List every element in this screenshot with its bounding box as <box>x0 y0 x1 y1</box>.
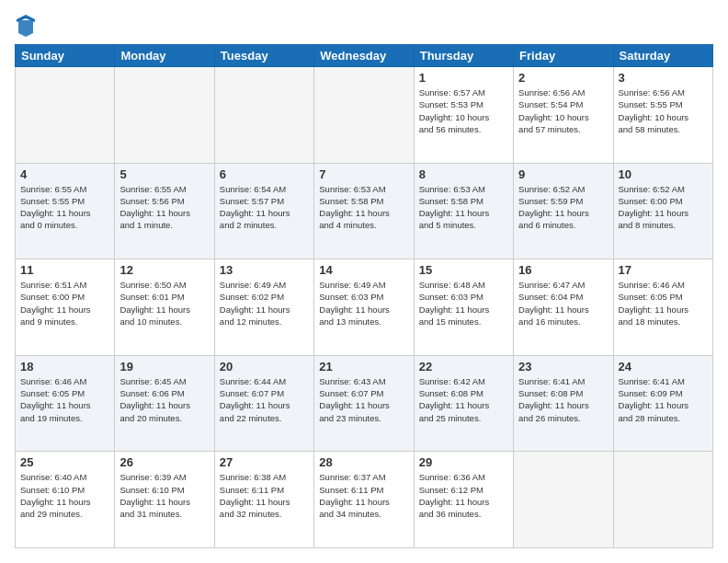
day-info: Sunrise: 6:55 AM Sunset: 5:56 PM Dayligh… <box>119 183 209 232</box>
day-info: Sunrise: 6:53 AM Sunset: 5:58 PM Dayligh… <box>419 183 508 232</box>
col-saturday: Saturday <box>613 45 712 67</box>
day-number: 18 <box>20 360 109 373</box>
calendar-cell: 10Sunrise: 6:52 AM Sunset: 6:00 PM Dayli… <box>613 163 712 259</box>
day-info: Sunrise: 6:38 AM Sunset: 6:11 PM Dayligh… <box>220 471 309 520</box>
day-number: 5 <box>119 167 209 181</box>
day-info: Sunrise: 6:46 AM Sunset: 6:05 PM Dayligh… <box>20 375 109 424</box>
calendar-cell: 1Sunrise: 6:57 AM Sunset: 5:53 PM Daylig… <box>414 67 513 164</box>
col-friday: Friday <box>514 45 613 67</box>
day-info: Sunrise: 6:43 AM Sunset: 6:07 PM Dayligh… <box>319 375 408 424</box>
calendar-cell: 21Sunrise: 6:43 AM Sunset: 6:07 PM Dayli… <box>314 355 414 452</box>
calendar-cell: 18Sunrise: 6:46 AM Sunset: 6:05 PM Dayli… <box>16 355 115 452</box>
calendar-cell <box>214 67 313 164</box>
page: Sunday Monday Tuesday Wednesday Thursday… <box>0 0 728 563</box>
col-monday: Monday <box>115 45 214 67</box>
calendar-cell: 6Sunrise: 6:54 AM Sunset: 5:57 PM Daylig… <box>214 163 313 259</box>
calendar-cell: 27Sunrise: 6:38 AM Sunset: 6:11 PM Dayli… <box>214 452 313 548</box>
calendar-cell: 23Sunrise: 6:41 AM Sunset: 6:08 PM Dayli… <box>514 355 613 452</box>
day-info: Sunrise: 6:41 AM Sunset: 6:09 PM Dayligh… <box>619 375 708 424</box>
day-number: 20 <box>220 360 309 373</box>
col-thursday: Thursday <box>414 45 513 67</box>
day-info: Sunrise: 6:57 AM Sunset: 5:53 PM Dayligh… <box>419 86 508 135</box>
calendar-cell <box>613 452 712 548</box>
col-sunday: Sunday <box>16 45 115 67</box>
calendar-cell: 19Sunrise: 6:45 AM Sunset: 6:06 PM Dayli… <box>115 355 214 452</box>
calendar-week-row: 18Sunrise: 6:46 AM Sunset: 6:05 PM Dayli… <box>16 355 713 452</box>
calendar-cell: 13Sunrise: 6:49 AM Sunset: 6:02 PM Dayli… <box>214 259 313 356</box>
calendar-header-row: Sunday Monday Tuesday Wednesday Thursday… <box>16 45 713 67</box>
day-info: Sunrise: 6:47 AM Sunset: 6:04 PM Dayligh… <box>518 279 608 327</box>
calendar-cell <box>16 67 115 164</box>
day-info: Sunrise: 6:55 AM Sunset: 5:55 PM Dayligh… <box>20 183 109 232</box>
calendar-cell: 26Sunrise: 6:39 AM Sunset: 6:10 PM Dayli… <box>115 452 214 548</box>
col-tuesday: Tuesday <box>214 45 313 67</box>
day-info: Sunrise: 6:41 AM Sunset: 6:08 PM Dayligh… <box>518 375 608 424</box>
calendar-cell: 24Sunrise: 6:41 AM Sunset: 6:09 PM Dayli… <box>613 355 712 452</box>
day-number: 23 <box>518 360 608 373</box>
day-number: 17 <box>619 263 708 277</box>
day-info: Sunrise: 6:42 AM Sunset: 6:08 PM Dayligh… <box>419 375 508 424</box>
day-info: Sunrise: 6:48 AM Sunset: 6:03 PM Dayligh… <box>419 279 508 327</box>
calendar-cell: 17Sunrise: 6:46 AM Sunset: 6:05 PM Dayli… <box>613 259 712 356</box>
day-number: 2 <box>518 71 608 85</box>
calendar-table: Sunday Monday Tuesday Wednesday Thursday… <box>15 44 713 548</box>
day-info: Sunrise: 6:36 AM Sunset: 6:12 PM Dayligh… <box>419 471 508 520</box>
day-number: 12 <box>119 263 209 277</box>
day-info: Sunrise: 6:39 AM Sunset: 6:10 PM Dayligh… <box>119 471 209 520</box>
day-number: 4 <box>20 167 109 181</box>
day-info: Sunrise: 6:52 AM Sunset: 6:00 PM Dayligh… <box>619 183 708 232</box>
calendar-cell: 14Sunrise: 6:49 AM Sunset: 6:03 PM Dayli… <box>314 259 414 356</box>
day-info: Sunrise: 6:44 AM Sunset: 6:07 PM Dayligh… <box>220 375 309 424</box>
col-wednesday: Wednesday <box>314 45 414 67</box>
calendar-cell: 3Sunrise: 6:56 AM Sunset: 5:55 PM Daylig… <box>613 67 712 164</box>
logo-icon <box>17 15 35 37</box>
day-info: Sunrise: 6:40 AM Sunset: 6:10 PM Dayligh… <box>20 471 109 520</box>
calendar-cell: 7Sunrise: 6:53 AM Sunset: 5:58 PM Daylig… <box>314 163 414 259</box>
day-number: 13 <box>220 263 309 277</box>
calendar-cell: 16Sunrise: 6:47 AM Sunset: 6:04 PM Dayli… <box>514 259 613 356</box>
day-number: 22 <box>419 360 508 373</box>
day-number: 16 <box>518 263 608 277</box>
calendar-cell: 2Sunrise: 6:56 AM Sunset: 5:54 PM Daylig… <box>514 67 613 164</box>
day-info: Sunrise: 6:49 AM Sunset: 6:02 PM Dayligh… <box>220 279 309 327</box>
calendar-cell <box>314 67 414 164</box>
day-info: Sunrise: 6:37 AM Sunset: 6:11 PM Dayligh… <box>319 471 408 520</box>
day-info: Sunrise: 6:46 AM Sunset: 6:05 PM Dayligh… <box>619 279 708 327</box>
calendar-week-row: 11Sunrise: 6:51 AM Sunset: 6:00 PM Dayli… <box>16 259 713 356</box>
day-number: 15 <box>419 263 508 277</box>
calendar-week-row: 4Sunrise: 6:55 AM Sunset: 5:55 PM Daylig… <box>16 163 713 259</box>
day-info: Sunrise: 6:56 AM Sunset: 5:54 PM Dayligh… <box>518 86 608 135</box>
day-number: 21 <box>319 360 408 373</box>
day-info: Sunrise: 6:53 AM Sunset: 5:58 PM Dayligh… <box>319 183 408 232</box>
day-number: 6 <box>220 167 309 181</box>
logo <box>15 15 35 35</box>
calendar-cell: 5Sunrise: 6:55 AM Sunset: 5:56 PM Daylig… <box>115 163 214 259</box>
calendar-cell: 20Sunrise: 6:44 AM Sunset: 6:07 PM Dayli… <box>214 355 313 452</box>
calendar-cell: 22Sunrise: 6:42 AM Sunset: 6:08 PM Dayli… <box>414 355 513 452</box>
day-number: 14 <box>319 263 408 277</box>
day-info: Sunrise: 6:56 AM Sunset: 5:55 PM Dayligh… <box>619 86 708 135</box>
calendar-week-row: 25Sunrise: 6:40 AM Sunset: 6:10 PM Dayli… <box>16 452 713 548</box>
day-number: 19 <box>119 360 209 373</box>
day-number: 24 <box>619 360 708 373</box>
calendar-cell: 29Sunrise: 6:36 AM Sunset: 6:12 PM Dayli… <box>414 452 513 548</box>
day-number: 10 <box>619 167 708 181</box>
day-number: 3 <box>619 71 708 85</box>
calendar-cell: 8Sunrise: 6:53 AM Sunset: 5:58 PM Daylig… <box>414 163 513 259</box>
calendar-week-row: 1Sunrise: 6:57 AM Sunset: 5:53 PM Daylig… <box>16 67 713 164</box>
calendar-cell: 9Sunrise: 6:52 AM Sunset: 5:59 PM Daylig… <box>514 163 613 259</box>
day-info: Sunrise: 6:50 AM Sunset: 6:01 PM Dayligh… <box>119 279 209 327</box>
day-number: 8 <box>419 167 508 181</box>
day-number: 1 <box>419 71 508 85</box>
header <box>15 15 713 35</box>
calendar-cell: 4Sunrise: 6:55 AM Sunset: 5:55 PM Daylig… <box>16 163 115 259</box>
day-number: 28 <box>319 455 408 469</box>
calendar-cell: 11Sunrise: 6:51 AM Sunset: 6:00 PM Dayli… <box>16 259 115 356</box>
calendar-cell: 12Sunrise: 6:50 AM Sunset: 6:01 PM Dayli… <box>115 259 214 356</box>
day-number: 7 <box>319 167 408 181</box>
day-info: Sunrise: 6:51 AM Sunset: 6:00 PM Dayligh… <box>20 279 109 327</box>
calendar-cell: 25Sunrise: 6:40 AM Sunset: 6:10 PM Dayli… <box>16 452 115 548</box>
day-number: 9 <box>518 167 608 181</box>
day-info: Sunrise: 6:45 AM Sunset: 6:06 PM Dayligh… <box>119 375 209 424</box>
svg-marker-0 <box>18 20 33 37</box>
